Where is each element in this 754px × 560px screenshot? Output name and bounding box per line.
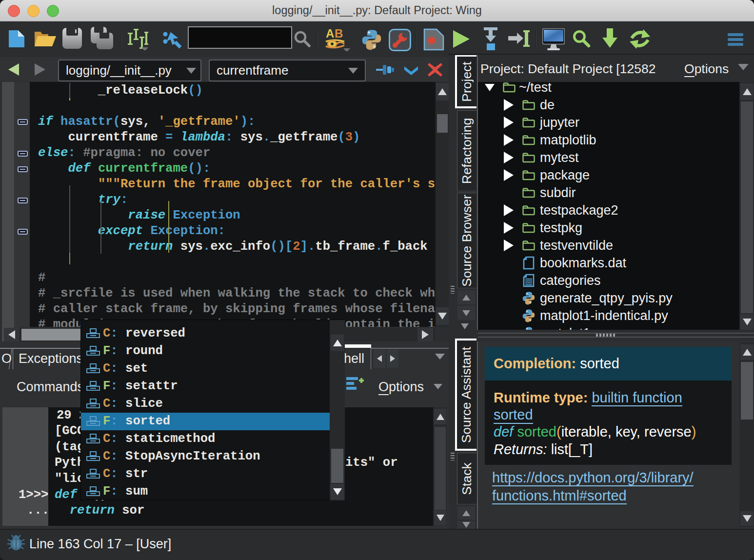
- svg-text:A: A: [326, 28, 334, 40]
- svg-text:B: B: [335, 28, 343, 40]
